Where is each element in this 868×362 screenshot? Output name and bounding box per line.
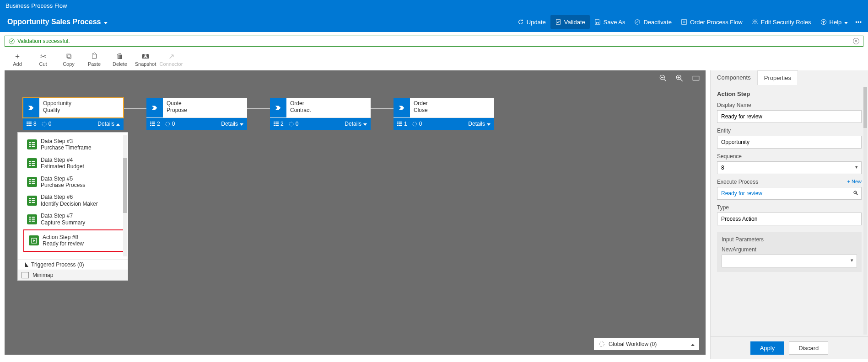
cut-button[interactable]: ✂Cut [30, 51, 56, 67]
svg-rect-42 [399, 122, 402, 122]
deactivate-label: Deactivate [643, 19, 671, 26]
apply-button[interactable]: Apply [750, 341, 785, 355]
details-toggle[interactable]: Details [345, 121, 367, 127]
svg-rect-71 [32, 202, 35, 203]
stage-card[interactable]: OrderClose10Details [394, 98, 494, 130]
flow-count: 0 [41, 121, 52, 127]
data-step-item[interactable]: Data Step #3Purchase Timeframe [25, 135, 124, 154]
svg-rect-43 [397, 123, 399, 124]
validation-notification: Validation successful. ✕ [5, 36, 863, 47]
svg-rect-68 [29, 200, 31, 201]
zoom-in-button[interactable] [675, 74, 684, 84]
delete-button[interactable]: 🗑︎Delete [107, 51, 133, 67]
save-as-button[interactable]: Save As [590, 15, 630, 29]
validate-label: Validate [564, 19, 585, 26]
svg-rect-25 [28, 125, 32, 126]
details-toggle[interactable]: Details [221, 121, 243, 127]
step-subtitle: Purchase Process [41, 182, 85, 188]
connector-button[interactable]: ↗Connector [158, 51, 184, 67]
svg-rect-77 [32, 221, 35, 222]
new-argument-select[interactable] [722, 255, 857, 267]
display-name-input[interactable] [717, 110, 862, 123]
edit-security-roles-button[interactable]: Edit Security Roles [747, 15, 816, 29]
deactivate-button[interactable]: Deactivate [630, 15, 676, 29]
copy-button[interactable]: ⧉Copy [56, 51, 81, 67]
svg-line-3 [636, 21, 639, 24]
details-toggle[interactable]: Details [97, 121, 120, 127]
data-step-item[interactable]: Data Step #7Capture Summary [25, 210, 124, 229]
stage-badge-icon [394, 98, 410, 117]
flow-count: 0 [288, 121, 299, 127]
step-title: Data Step #7 [41, 213, 85, 219]
zoom-out-button[interactable] [659, 74, 667, 84]
security-icon [752, 19, 758, 25]
svg-rect-53 [32, 146, 35, 147]
execute-process-lookup[interactable] [717, 187, 862, 200]
triggered-process-row[interactable]: Triggered Process (0) [18, 259, 128, 270]
global-workflow-bar[interactable]: Global Workflow (0) [594, 338, 699, 350]
properties-tab[interactable]: Properties [757, 70, 798, 85]
validate-button[interactable]: Validate [550, 15, 590, 29]
stage-card[interactable]: OpportunityQualify80Details [23, 98, 124, 130]
data-step-item[interactable]: Data Step #6Identify Decision Maker [25, 191, 124, 210]
stage-title: Opportunity [43, 100, 71, 107]
stage-card[interactable]: QuotePropose20Details [146, 98, 247, 130]
svg-rect-55 [32, 161, 35, 162]
edit-security-label: Edit Security Roles [761, 19, 811, 26]
stage-card[interactable]: OrderContract20Details [270, 98, 371, 130]
svg-rect-48 [29, 142, 31, 143]
svg-point-26 [42, 122, 46, 126]
canvas[interactable]: OpportunityQualify80DetailsQuotePropose2… [5, 70, 706, 355]
process-title[interactable]: Opportunity Sales Process [4, 18, 108, 26]
panel-scrollbar[interactable] [863, 87, 867, 335]
step-title: Data Step #6 [41, 194, 98, 200]
svg-rect-36 [274, 123, 275, 124]
svg-rect-70 [29, 202, 31, 203]
steps-scrollbar[interactable] [123, 135, 127, 256]
data-step-item[interactable]: Data Step #5Purchase Process [25, 173, 124, 192]
stage-badge-icon [23, 98, 39, 117]
input-parameters-label: Input Parameters [722, 236, 857, 243]
svg-rect-34 [274, 122, 275, 122]
svg-rect-39 [275, 125, 279, 126]
add-button[interactable]: ＋Add [5, 51, 30, 67]
svg-rect-75 [32, 218, 35, 219]
sequence-select[interactable] [717, 161, 862, 174]
svg-rect-73 [32, 217, 35, 218]
svg-rect-61 [32, 180, 35, 181]
more-button[interactable]: ••• [852, 15, 864, 29]
minimap-toggle[interactable]: Minimap [18, 270, 128, 280]
search-icon[interactable]: 🔍︎ [853, 190, 859, 197]
components-tab[interactable]: Components [711, 70, 757, 85]
svg-rect-67 [32, 198, 35, 199]
paste-button[interactable]: 📋︎Paste [81, 51, 107, 67]
flow-count: 0 [165, 121, 175, 127]
svg-rect-60 [29, 180, 31, 181]
close-notification-button[interactable]: ✕ [853, 38, 859, 44]
discard-button[interactable]: Discard [789, 341, 828, 355]
flow-count: 0 [412, 121, 422, 127]
order-process-flow-button[interactable]: Order Process Flow [676, 15, 747, 29]
properties-panel: Components Properties Action Step Displa… [710, 70, 868, 359]
svg-point-33 [166, 122, 170, 126]
triggered-process-label: Triggered Process (0) [31, 261, 84, 268]
step-count: 2 [150, 121, 160, 127]
update-button[interactable]: Update [513, 15, 550, 29]
new-process-link[interactable]: + New [847, 179, 862, 185]
details-toggle[interactable]: Details [468, 121, 491, 127]
data-step-item[interactable]: Data Step #4Estimated Budget [25, 154, 124, 173]
svg-rect-57 [32, 163, 35, 164]
fit-to-screen-button[interactable] [692, 74, 700, 84]
help-button[interactable]: ? Help [816, 15, 853, 29]
step-subtitle: Purchase Timeframe [41, 144, 92, 151]
list-icon [27, 196, 37, 206]
snapshot-button[interactable]: 📷︎Snapshot [133, 51, 158, 67]
step-subtitle: Estimated Budget [41, 163, 84, 170]
svg-point-8 [755, 20, 757, 21]
action-step-item[interactable]: Action Step #8Ready for review [27, 231, 122, 250]
svg-rect-4 [682, 20, 687, 25]
update-label: Update [527, 19, 546, 26]
stage-badge-icon [146, 98, 163, 117]
step-subtitle: Capture Summary [41, 219, 85, 226]
entity-input [717, 136, 862, 149]
